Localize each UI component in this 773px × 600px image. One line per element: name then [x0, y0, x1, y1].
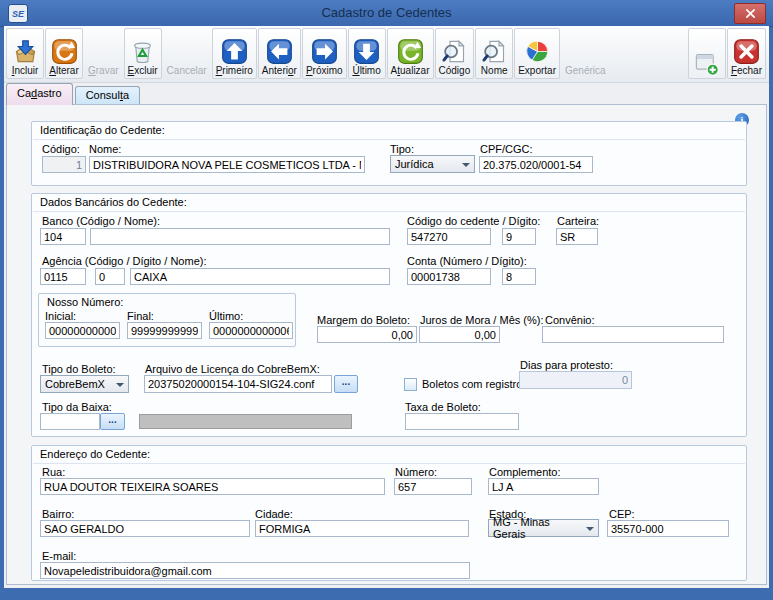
window-add-icon: [693, 49, 721, 77]
agencia-codigo-input[interactable]: [40, 268, 86, 285]
trash-recycle-icon: [129, 37, 157, 65]
toolbar-button-label: Primeiro: [216, 65, 253, 77]
atualizar-button[interactable]: Atualizar: [387, 28, 434, 79]
arquivo-browse-button[interactable]: ...: [334, 375, 358, 393]
tipo-boleto-select[interactable]: CobreBemX: [40, 375, 129, 393]
nosso-inicial-input[interactable]: [45, 322, 120, 339]
client-area: IncluirAlterarGravarExcluirCancelarPrime…: [4, 26, 769, 588]
divider: [33, 211, 745, 212]
carteira-input[interactable]: [556, 228, 598, 245]
toolbar-button-label: Incluir: [12, 65, 39, 77]
window-title: Cadastro de Cedentes: [0, 5, 773, 20]
ultimo-button[interactable]: Último: [348, 28, 386, 79]
nosso-ultimo-input[interactable]: [209, 322, 293, 339]
primeiro-button[interactable]: Primeiro: [212, 28, 257, 79]
tipo-baixa-input[interactable]: [40, 413, 100, 430]
conta-label: Conta (Número / Dígito):: [407, 255, 527, 267]
search-doc-icon: [480, 37, 508, 65]
carteira-label: Carteira:: [557, 215, 599, 227]
proximo-button[interactable]: Próximo: [302, 28, 347, 79]
anterior-button[interactable]: Anterior: [258, 28, 301, 79]
bairro-label: Bairro:: [42, 508, 74, 520]
cancelar-icon: [173, 37, 201, 65]
taxa-boleto-input[interactable]: [405, 413, 519, 430]
margem-input[interactable]: [317, 326, 417, 343]
arquivo-licenca-input[interactable]: [144, 375, 332, 393]
estado-select-value: MG - Minas Gerais: [493, 516, 582, 540]
cep-input[interactable]: [607, 520, 729, 537]
toolbar-button-label: Excluir: [128, 65, 158, 77]
bairro-input[interactable]: [40, 520, 250, 537]
group-identificacao-title: Identificação do Cedente:: [40, 124, 165, 136]
arquivo-licenca-label: Arquivo de Licença do CobreBemX:: [145, 363, 320, 375]
agencia-label: Agência (Código / Dígito / Nome):: [42, 255, 206, 267]
cedente-label: Código do cedente / Dígito:: [407, 215, 540, 227]
complemento-input[interactable]: [488, 478, 599, 495]
toolbar-button-label: Alterar: [49, 65, 78, 77]
toolbar-button-label: Último: [352, 65, 380, 77]
rua-input[interactable]: [40, 478, 385, 495]
nome-button[interactable]: Nome: [475, 28, 513, 79]
margem-label: Margem do Boleto:: [317, 314, 410, 326]
titlebar: SE Cadastro de Cedentes: [0, 0, 773, 27]
cedente-digito-input[interactable]: [502, 228, 536, 245]
estado-select[interactable]: MG - Minas Gerais: [488, 519, 599, 537]
arrow-right-icon: [310, 37, 338, 65]
alterar-button[interactable]: Alterar: [45, 28, 83, 79]
boletos-com-registro-label: Boletos com registro: [422, 378, 522, 390]
divider: [33, 139, 745, 140]
incluir-button[interactable]: Incluir: [6, 28, 44, 79]
fechar-button[interactable]: Fechar: [727, 28, 766, 79]
cedente-codigo-input[interactable]: [407, 228, 491, 245]
cpf-label: CPF/CGC:: [480, 143, 533, 155]
chevron-down-icon: [116, 383, 124, 387]
email-label: E-mail:: [42, 550, 76, 562]
tipo-baixa-browse-button[interactable]: ...: [100, 413, 125, 430]
chevron-down-icon: [586, 527, 594, 531]
juros-input[interactable]: [419, 326, 500, 343]
arrow-down-icon: [353, 37, 381, 65]
group-nosso-numero: Nosso Número: Inicial: Final: Último:: [38, 293, 296, 347]
toolbar: IncluirAlterarGravarExcluirCancelarPrime…: [4, 26, 769, 83]
exportar-button[interactable]: Exportar: [514, 28, 560, 79]
generica-button: Genérica: [561, 28, 610, 79]
nosso-ultimo-label: Último:: [209, 310, 243, 322]
cidade-input[interactable]: [255, 520, 469, 537]
conta-digito-input[interactable]: [502, 268, 536, 285]
convenio-input[interactable]: [542, 326, 724, 343]
banco-nome-input[interactable]: [90, 228, 390, 245]
banco-codigo-input[interactable]: [40, 228, 86, 245]
tipo-select[interactable]: Jurídica: [390, 155, 475, 173]
codigo-button[interactable]: Código: [435, 28, 475, 79]
banco-label: Banco (Código / Nome):: [42, 215, 160, 227]
dias-protesto-input: [519, 371, 632, 389]
tipo-boleto-label: Tipo do Boleto:: [42, 363, 116, 375]
refresh-green-icon: [396, 37, 424, 65]
boletos-com-registro-checkbox[interactable]: [404, 378, 417, 391]
cancelar-button: Cancelar: [163, 28, 211, 79]
nome-input[interactable]: [89, 156, 365, 173]
tab-cadastro[interactable]: Cadastro: [6, 83, 73, 105]
codigo-input: [42, 156, 86, 173]
email-input[interactable]: [40, 562, 470, 579]
nome-label: Nome:: [89, 143, 121, 155]
tab-consulta[interactable]: Consulta: [75, 86, 140, 105]
nosso-final-input[interactable]: [127, 322, 202, 339]
tipo-baixa-descricao-field: [139, 414, 352, 429]
cpf-input[interactable]: [479, 156, 593, 173]
arrow-up-icon: [220, 37, 248, 65]
agencia-digito-input[interactable]: [95, 268, 125, 285]
toolbar-button-label: Exportar: [518, 65, 556, 77]
conta-numero-input[interactable]: [407, 268, 491, 285]
titlebar-close-button[interactable]: [734, 3, 766, 24]
gravar-icon: [89, 37, 117, 65]
nosso-inicial-label: Inicial:: [45, 310, 76, 322]
agencia-nome-input[interactable]: [130, 268, 390, 285]
gravar-button: Gravar: [84, 28, 123, 79]
excluir-button[interactable]: Excluir: [124, 28, 162, 79]
codigo-label: Código:: [42, 143, 80, 155]
numero-input[interactable]: [394, 478, 472, 495]
group-endereco-title: Endereço do Cedente:: [40, 448, 150, 460]
nova-janela-button[interactable]: [688, 28, 726, 79]
toolbar-button-label: Próximo: [306, 65, 343, 77]
